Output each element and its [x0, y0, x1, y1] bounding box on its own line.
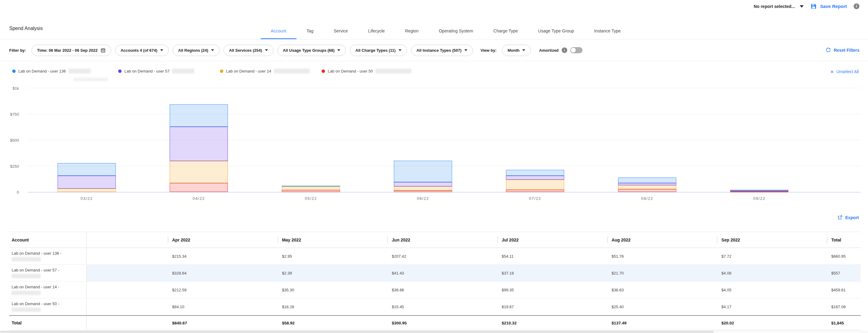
bar-segment-lab-on-demand-user-50[interactable]: [618, 189, 676, 192]
refresh-icon: [826, 47, 831, 53]
cell-sep-2022: $7.72: [717, 248, 827, 265]
bar-segment-lab-on-demand-user-136[interactable]: [170, 104, 228, 127]
cell-may-2022: $18.28: [278, 298, 388, 315]
bar-segment-lab-on-demand-user-14[interactable]: [394, 187, 452, 190]
total-cell-may-2022: $58.92: [278, 315, 388, 330]
legend-item-lab-on-demand-user-50[interactable]: Lab on Demand - user 50: [321, 69, 411, 73]
bar-segment-lab-on-demand-user-136[interactable]: [506, 170, 564, 175]
bar-segment-lab-on-demand-user-50[interactable]: [394, 190, 452, 192]
filter-pill-all-usage-type-groups-68[interactable]: All Usage Type Groups (68): [278, 45, 346, 56]
y-axis-label: $750: [0, 112, 19, 116]
legend-dot: [12, 69, 16, 73]
filter-pill-all-charge-types-11[interactable]: All Charge Types (11): [350, 45, 407, 56]
bar-segment-lab-on-demand-user-136[interactable]: [394, 161, 452, 182]
total-row-spacer: [87, 315, 168, 330]
bar-segment-lab-on-demand-user-136[interactable]: [282, 186, 340, 187]
bar-segment-lab-on-demand-user-14[interactable]: [506, 180, 564, 190]
bar-segment-lab-on-demand-user-50[interactable]: [282, 190, 340, 192]
bar-segment-lab-on-demand-user-57[interactable]: [506, 176, 564, 180]
report-selector-dropdown[interactable]: No report selected...: [754, 4, 804, 9]
tab-usage-type-group[interactable]: Usage Type Group: [528, 23, 584, 39]
bar-segment-lab-on-demand-user-50[interactable]: [506, 190, 564, 192]
legend-item-lab-on-demand-user-57[interactable]: Lab on Demand - user 57: [118, 69, 194, 73]
row-spacer-cell: [87, 298, 168, 315]
filter-pill-label: All Instance Types (507): [416, 48, 462, 53]
column-header-label: Total: [831, 237, 841, 242]
cell-may-2022: $2.39: [278, 265, 388, 281]
spend-table: AccountApr 2022May 2022Jun 2022Jul 2022A…: [9, 232, 861, 330]
bar-segment-lab-on-demand-user-14[interactable]: [58, 189, 116, 192]
total-cell-apr-2022: $840.67: [168, 315, 278, 330]
filter-pill-all-regions-24[interactable]: All Regions (24): [173, 45, 220, 56]
amortized-info-icon[interactable]: i: [562, 47, 567, 53]
total-row-label: Total: [9, 315, 87, 330]
bar-segment-lab-on-demand-user-57[interactable]: [618, 183, 676, 185]
filter-pill-all-services-254[interactable]: All Services (254): [224, 45, 274, 56]
header-tick: [827, 237, 827, 243]
bar-segment-lab-on-demand-user-57[interactable]: [170, 127, 228, 161]
report-selector-label: No report selected...: [754, 4, 795, 9]
tab-tag[interactable]: Tag: [297, 23, 324, 39]
bar-segment-lab-on-demand-user-14[interactable]: [282, 187, 340, 190]
cell-may-2022: $35.30: [278, 281, 388, 298]
filter-pill-accounts-4-of-674[interactable]: Accounts 4 (of 674): [115, 45, 169, 56]
column-header-label: Jul 2022: [502, 237, 519, 242]
legend-label: Lab on Demand - user 14: [226, 69, 271, 73]
header-tick: [278, 237, 278, 243]
bar-segment-lab-on-demand-user-136[interactable]: [618, 177, 676, 183]
save-icon: [810, 3, 817, 9]
save-report-button[interactable]: Save Report: [810, 3, 847, 9]
redacted-text: [73, 78, 108, 81]
chevron-down-icon: [800, 5, 804, 8]
tab-lifecycle[interactable]: Lifecycle: [358, 23, 395, 39]
legend-item-lab-on-demand-user-14[interactable]: Lab on Demand - user 14: [220, 69, 310, 73]
reset-filters-label: Reset Filters: [834, 48, 860, 53]
view-by-label: View by:: [480, 48, 497, 53]
reset-filters-button[interactable]: Reset Filters: [826, 47, 860, 53]
total-cell-total: $1,845: [827, 315, 861, 330]
info-icon[interactable]: i: [854, 3, 860, 9]
column-header-label: May 2022: [282, 237, 301, 242]
account-cell: Lab on Demand - user 14 -: [9, 281, 87, 298]
legend-item-lab-on-demand-user-136[interactable]: Lab on Demand - user 136: [12, 69, 91, 73]
unselect-all-button[interactable]: ✕ Unselect All: [830, 69, 859, 74]
bar-segment-lab-on-demand-user-136[interactable]: [58, 163, 116, 176]
column-header-apr-2022: Apr 2022: [168, 232, 278, 248]
filter-by-label: Filter by:: [9, 48, 26, 53]
export-button[interactable]: Export: [837, 215, 859, 220]
column-header-may-2022: May 2022: [278, 232, 388, 248]
row-spacer-cell: [87, 281, 168, 298]
export-label: Export: [845, 215, 859, 220]
bar-segment-lab-on-demand-user-50[interactable]: [170, 183, 228, 192]
header-tick: [717, 237, 717, 243]
bar-segment-lab-on-demand-user-136[interactable]: [730, 190, 788, 191]
bar-segment-lab-on-demand-user-14[interactable]: [618, 185, 676, 189]
cell-may-2022: $2.95: [278, 248, 388, 265]
tab-charge-type[interactable]: Charge Type: [483, 23, 528, 39]
tab-account[interactable]: Account: [261, 23, 297, 39]
redacted-text: [12, 291, 41, 295]
tab-operating-system[interactable]: Operating System: [429, 23, 483, 39]
time-range-pill[interactable]: Time: 06 Mar 2022 - 06 Sep 2022: [32, 45, 111, 56]
account-cell: Lab on Demand - user 57 -: [9, 265, 87, 281]
bar-segment-lab-on-demand-user-57[interactable]: [394, 182, 452, 187]
scrollbar-thumb[interactable]: [0, 331, 714, 333]
view-by-value: Month: [507, 48, 520, 53]
tab-instance-type[interactable]: Instance Type: [584, 23, 631, 39]
amortized-toggle[interactable]: [570, 47, 583, 53]
column-header-total: Total: [827, 232, 861, 248]
redacted-text: [274, 69, 310, 73]
filter-pill-all-instance-types-507[interactable]: All Instance Types (507): [411, 45, 473, 56]
chart-gridline: [28, 114, 861, 114]
bar-segment-lab-on-demand-user-57[interactable]: [58, 176, 116, 188]
tab-region[interactable]: Region: [395, 23, 429, 39]
view-by-pill[interactable]: Month: [502, 45, 531, 56]
x-axis-label: 03/22: [65, 196, 108, 201]
account-cell: Lab on Demand - user 136 -: [9, 248, 87, 265]
calendar-icon: [100, 48, 106, 53]
chart-legend: ✕ Unselect All Lab on Demand - user 136L…: [0, 64, 868, 82]
column-header-spacer: [87, 232, 168, 248]
tab-service[interactable]: Service: [323, 23, 358, 39]
bar-segment-lab-on-demand-user-14[interactable]: [170, 161, 228, 183]
bar-segment-lab-on-demand-user-57[interactable]: [730, 191, 788, 191]
